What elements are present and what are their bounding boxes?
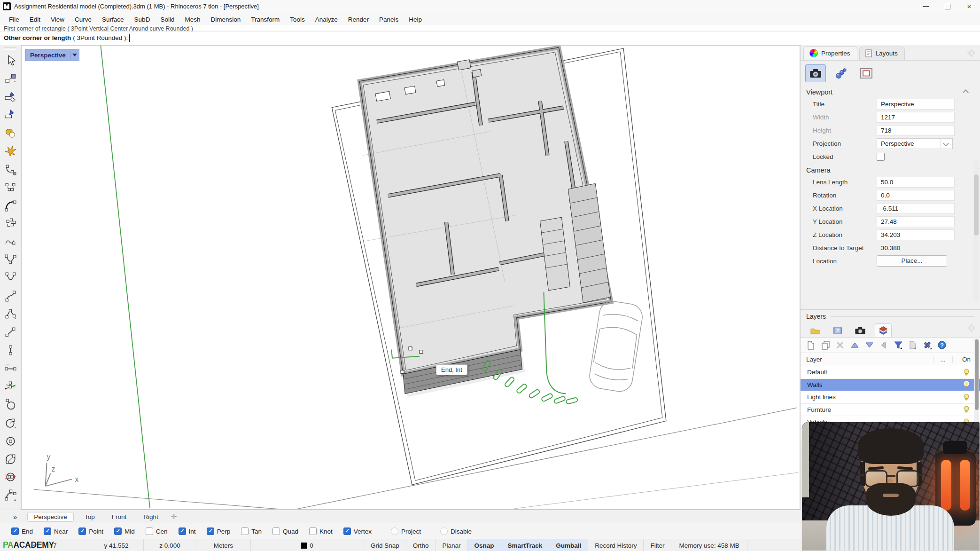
checkbox[interactable] (179, 527, 186, 535)
move-down-button[interactable] (864, 340, 874, 350)
units-cell[interactable]: Meters (196, 539, 251, 551)
layer-row-walls[interactable]: Walls (801, 379, 980, 392)
menu-tools[interactable]: Tools (285, 14, 310, 25)
tool-circle-radius[interactable] (1, 414, 20, 432)
bulb-on-icon[interactable] (963, 381, 970, 388)
rotation-field[interactable]: 0.0 (877, 190, 955, 201)
minimize-button[interactable] (915, 0, 937, 13)
osnap-near[interactable]: Near (44, 527, 68, 535)
scrollbar-thumb[interactable] (975, 339, 979, 410)
tool-trim[interactable] (1, 88, 20, 106)
toggle-filter[interactable]: Filter (644, 539, 671, 551)
menu-edit[interactable]: Edit (24, 14, 46, 25)
duplicate-layer-button[interactable] (821, 340, 830, 350)
menu-curve[interactable]: Curve (70, 14, 97, 25)
menu-help[interactable]: Help (404, 14, 427, 25)
viewport-rect-button[interactable] (856, 64, 877, 82)
menu-dimension[interactable]: Dimension (205, 14, 246, 25)
z-location-field[interactable]: 34.203 (877, 229, 955, 240)
layer-row-default[interactable]: Default (801, 366, 980, 379)
bulb-on-icon[interactable] (963, 406, 970, 413)
bulb-on-icon[interactable] (963, 369, 970, 376)
tool-select[interactable] (1, 52, 20, 70)
toggle-smarttrack[interactable]: SmartTrack (501, 539, 550, 551)
tool-conic-curve[interactable] (1, 269, 20, 287)
layer-row-light-lines[interactable]: Light lines (801, 391, 980, 404)
layer-help-button[interactable]: ? (937, 340, 947, 350)
layer-tools-button[interactable] (923, 340, 932, 350)
menu-analyze[interactable]: Analyze (310, 14, 343, 25)
title-field[interactable]: Perspective (877, 99, 955, 110)
osnap-tan[interactable]: Tan (241, 527, 262, 535)
tool-sketch-curve[interactable] (1, 233, 20, 251)
tool-circle-construction[interactable] (1, 468, 20, 487)
tool-extend-curve[interactable] (1, 142, 20, 161)
toggle-planar[interactable]: Planar (436, 539, 468, 551)
osnap-quad[interactable]: Quad (272, 527, 298, 535)
scrollbar-thumb[interactable] (974, 174, 979, 236)
move-up-button[interactable] (850, 340, 859, 350)
checkbox[interactable] (207, 527, 214, 535)
locked-checkbox[interactable] (877, 153, 885, 161)
tab-overflow-chevron[interactable]: » (13, 513, 17, 521)
tool-line-midpoint[interactable] (1, 360, 20, 378)
osnap-perp[interactable]: Perp (207, 527, 231, 535)
dropdown-button[interactable] (941, 139, 950, 148)
layers-camera-tab[interactable] (852, 324, 868, 337)
osnap-knot[interactable]: Knot (309, 527, 333, 535)
menu-view[interactable]: View (46, 14, 70, 25)
tool-line[interactable] (1, 323, 20, 342)
viewport-menu-button[interactable] (70, 54, 79, 56)
tool-point-cloud[interactable] (1, 215, 20, 233)
checkbox[interactable] (241, 527, 249, 535)
menu-transform[interactable]: Transform (246, 14, 285, 25)
menu-panels[interactable]: Panels (374, 14, 404, 25)
tool-arc[interactable] (1, 486, 20, 504)
checkbox[interactable] (391, 527, 398, 535)
tab-properties[interactable]: Properties (803, 46, 857, 60)
height-field[interactable]: 718 (877, 125, 955, 136)
viewport-canvas[interactable]: y z x Perspective End, Int (21, 45, 800, 510)
tool-polyline[interactable] (1, 305, 20, 323)
tool-split[interactable] (1, 106, 20, 125)
gear-icon[interactable] (967, 49, 975, 57)
toolbar-grip[interactable] (4, 47, 16, 50)
toggle-grid-snap[interactable]: Grid Snap (364, 539, 406, 551)
viewport-title-chip[interactable]: Perspective (25, 49, 79, 61)
cplane-y-cell[interactable]: y 41.552 (89, 539, 144, 551)
cplane-z-cell[interactable]: z 0.000 (144, 539, 196, 551)
osnap-int[interactable]: Int (179, 527, 196, 535)
place-button[interactable]: Place... (877, 255, 947, 267)
properties-scrollbar[interactable] (973, 160, 979, 301)
viewport-properties-button[interactable] (805, 64, 826, 82)
tool-explode[interactable] (1, 124, 20, 142)
column-current[interactable]: ... (933, 356, 952, 363)
tab-layouts[interactable]: Layouts (859, 47, 905, 60)
toggle-record-history[interactable]: Record History (588, 539, 644, 551)
checkbox[interactable] (78, 527, 86, 535)
maximize-button[interactable] (937, 0, 958, 13)
move-left-button[interactable] (879, 340, 888, 350)
bulb-on-icon[interactable] (963, 394, 970, 401)
tool-curve-through-points[interactable] (1, 251, 20, 269)
tool-arc-blend[interactable] (1, 197, 20, 215)
delete-layer-button[interactable] (835, 340, 845, 350)
checkbox[interactable] (440, 527, 448, 535)
new-sublayer-button[interactable] (908, 340, 918, 350)
menu-solid[interactable]: Solid (155, 14, 179, 25)
tool-handle-curve[interactable] (1, 287, 20, 306)
checkbox[interactable] (44, 527, 51, 535)
tool-circle-center[interactable] (1, 432, 20, 450)
filter-button[interactable] (894, 340, 903, 350)
tool-circle-point[interactable] (1, 396, 20, 414)
osnap-vertex[interactable]: Vertex (343, 527, 372, 535)
tool-interpolate-curve[interactable] (1, 160, 20, 179)
lens-length-field[interactable]: 50.0 (877, 177, 955, 188)
viewport-tab-right[interactable]: Right (137, 512, 164, 521)
y-location-field[interactable]: 27.48 (877, 216, 955, 227)
tool-circle-diameter[interactable] (1, 450, 20, 468)
layers-notes-tab[interactable]: ? (830, 324, 846, 337)
checkbox[interactable] (309, 527, 317, 535)
close-button[interactable]: × (958, 0, 980, 13)
toggle-osnap[interactable]: Osnap (468, 539, 501, 551)
